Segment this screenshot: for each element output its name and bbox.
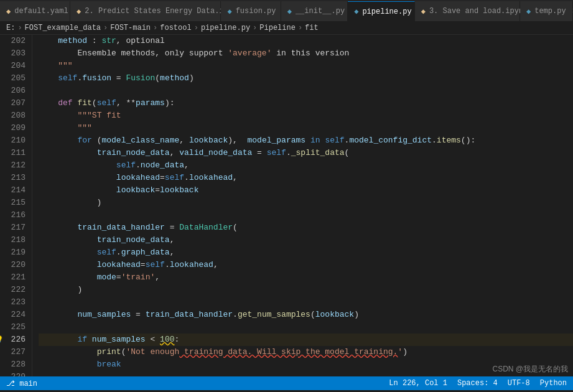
tab-label: 3. Save and load.ipynb xyxy=(429,7,528,16)
python-icon: ◆ xyxy=(227,7,231,16)
code-area[interactable]: method : str, optional Ensemble methods,… xyxy=(32,35,573,376)
line-num: 209 xyxy=(6,122,26,134)
code-line xyxy=(39,209,573,222)
line-num-active: 226 xyxy=(6,334,26,346)
tab-temp-py[interactable]: ◆ temp.py × xyxy=(520,1,573,21)
line-num: 206 xyxy=(6,85,26,97)
code-line: ) xyxy=(39,284,573,296)
python-icon: ◆ xyxy=(354,7,358,16)
code-line: Ensemble methods, only support 'average'… xyxy=(39,47,573,60)
breadcrumb: E: › FOST_example_data › FOST-main › fos… xyxy=(0,22,573,35)
status-bar: ⎇ main Ln 226, Col 1 Spaces: 4 UTF-8 Pyt… xyxy=(0,376,573,390)
yaml-icon: ◆ xyxy=(6,7,11,16)
python-icon: ◆ xyxy=(526,7,531,16)
notebook-icon: ◆ xyxy=(77,7,81,16)
line-num: 222 xyxy=(6,284,26,296)
tab-save-load[interactable]: ◆ 3. Save and load.ipynb × xyxy=(415,1,520,21)
line-num: 215 xyxy=(6,197,26,209)
status-language: Python xyxy=(540,379,567,388)
watermark: CSDN @我是无名的我 xyxy=(492,364,568,375)
code-line: num_samples = train_data_handler.get_num… xyxy=(39,309,573,321)
code-line: train_node_data, xyxy=(39,234,573,246)
line-num: 218 xyxy=(6,234,26,246)
line-num: 211 xyxy=(6,147,26,159)
code-line: """ xyxy=(39,122,573,134)
tab-label: temp.py xyxy=(534,7,566,16)
code-line: def fit(self, **params): xyxy=(39,97,573,110)
code-line: self.fusion = Fusion(method) xyxy=(39,72,573,85)
line-numbers: 202 203 204 205 206 207 208 209 210 211 … xyxy=(0,35,32,376)
line-num: 208 xyxy=(6,110,26,122)
tab-label: __init__.py xyxy=(296,7,345,16)
tab-predict-states[interactable]: ◆ 2. Predict States Energy Data.ipynb × xyxy=(70,1,221,21)
code-line: for (model_class_name, lookback), model_… xyxy=(39,134,573,147)
code-line: ) xyxy=(39,197,573,209)
tab-init-py[interactable]: ◆ __init__.py × xyxy=(281,1,348,21)
line-num: 203 xyxy=(6,47,26,60)
line-num: 229 xyxy=(6,371,26,376)
tab-label: fusion.py xyxy=(236,7,276,16)
line-num: 213 xyxy=(6,172,26,184)
code-line xyxy=(39,85,573,97)
code-line xyxy=(39,296,573,309)
code-line-active: if num_samples < 100: xyxy=(39,334,573,346)
line-num: 216 xyxy=(6,209,26,222)
notebook-icon: ◆ xyxy=(421,7,426,16)
code-line: lookahead=self.lookahead, xyxy=(39,172,573,184)
status-encoding: UTF-8 xyxy=(508,379,530,388)
line-num: 207 xyxy=(6,97,26,110)
code-line: method : str, optional xyxy=(39,35,573,47)
python-icon: ◆ xyxy=(287,7,292,16)
line-num: 210 xyxy=(6,134,26,147)
line-num: 228 xyxy=(6,358,26,371)
line-num: 217 xyxy=(6,222,26,234)
code-line: lookahead=self.lookahead, xyxy=(39,259,573,271)
tab-pipeline-py[interactable]: ◆ pipeline.py × xyxy=(348,1,414,21)
code-line: print('Not enough training data. Will sk… xyxy=(39,346,573,358)
line-num: 223 xyxy=(6,296,26,309)
code-line: train_node_data, valid_node_data = self.… xyxy=(39,147,573,159)
line-num: 202 xyxy=(6,35,26,47)
tab-bar: ◆ default.yaml × ◆ 2. Predict States Ene… xyxy=(0,0,573,22)
line-num: 204 xyxy=(6,60,26,72)
tab-fusion-py[interactable]: ◆ fusion.py × xyxy=(221,1,281,21)
code-line: self.node_data, xyxy=(39,159,573,172)
line-num: 225 xyxy=(6,321,26,334)
tab-default-yaml[interactable]: ◆ default.yaml × xyxy=(0,1,70,21)
code-line: self.graph_data, xyxy=(39,246,573,259)
line-num: 205 xyxy=(6,72,26,85)
code-line: """ST fit xyxy=(39,110,573,122)
code-line: mode='train', xyxy=(39,271,573,284)
tab-label: default.yaml xyxy=(14,7,68,16)
code-line: train_data_handler = DataHandler( xyxy=(39,222,573,234)
line-num: 214 xyxy=(6,184,26,197)
status-spaces: Spaces: 4 xyxy=(457,379,498,388)
line-num: 227 xyxy=(6,346,26,358)
code-line xyxy=(39,321,573,334)
tab-label: pipeline.py xyxy=(362,7,411,16)
status-branch: ⎇ main xyxy=(6,379,37,388)
line-num: 219 xyxy=(6,246,26,259)
code-line: lookback=lookback xyxy=(39,184,573,197)
tab-label: 2. Predict States Energy Data.ipynb xyxy=(85,7,241,16)
status-line-col: Ln 226, Col 1 xyxy=(389,379,447,388)
line-num: 220 xyxy=(6,259,26,271)
line-num: 212 xyxy=(6,159,26,172)
line-num: 224 xyxy=(6,309,26,321)
editor: 202 203 204 205 206 207 208 209 210 211 … xyxy=(0,35,573,376)
line-num: 221 xyxy=(6,271,26,284)
code-line: """ xyxy=(39,60,573,72)
status-right: Ln 226, Col 1 Spaces: 4 UTF-8 Python xyxy=(389,379,567,388)
